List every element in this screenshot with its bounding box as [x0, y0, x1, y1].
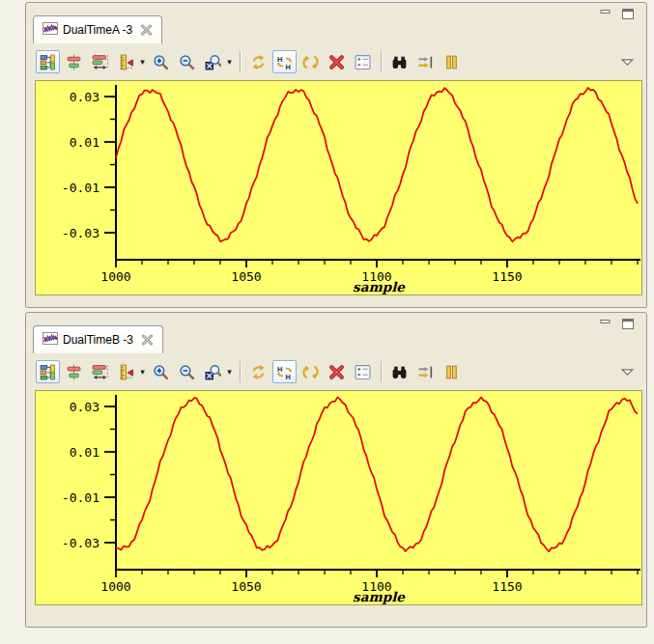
- swap-hex-icon: HH: [276, 364, 293, 380]
- ruler-cursor-icon: [118, 54, 134, 70]
- remove-signal-icon: [328, 364, 345, 380]
- svg-text:sample: sample: [353, 589, 406, 604]
- align-signals-icon: [66, 364, 82, 380]
- goto-cursor-icon: [417, 54, 434, 70]
- svg-text:H: H: [286, 63, 291, 70]
- align-signals-button[interactable]: [62, 50, 86, 73]
- time-scale-icon: [92, 364, 108, 380]
- toolbar-separator: [381, 51, 382, 72]
- svg-text:0.03: 0.03: [70, 400, 100, 414]
- remove-signal-icon: [328, 54, 345, 70]
- minimize-button[interactable]: [600, 9, 612, 19]
- time-scale-icon: [92, 54, 108, 70]
- ruler-cursor-button[interactable]: [114, 360, 138, 383]
- rotate-signals-icon: [302, 364, 319, 380]
- zoom-in-icon: [153, 364, 169, 380]
- close-icon[interactable]: [141, 334, 154, 346]
- signal-properties-button[interactable]: [351, 50, 375, 73]
- pause-icon: [443, 54, 460, 70]
- svg-text:1000: 1000: [100, 579, 130, 594]
- dropdown-caret-icon[interactable]: ▾: [225, 367, 234, 377]
- remove-signal-button[interactable]: [325, 360, 349, 383]
- svg-text:1050: 1050: [231, 579, 261, 594]
- goto-cursor-button[interactable]: [413, 50, 438, 73]
- tab-title: DualTimeA -3: [63, 23, 132, 37]
- svg-text:H: H: [286, 373, 291, 380]
- rotate-signals-icon: [302, 54, 319, 70]
- swap-direction-icon: [250, 364, 267, 380]
- zoom-region-button[interactable]: [201, 50, 225, 73]
- panel-dualtimeb: DualTimeB -3 ▾▾HH 0.030.01-0.01-0.031000…: [25, 312, 647, 628]
- swap-direction-button[interactable]: [246, 360, 270, 383]
- signal-tree-toggle-button[interactable]: [36, 50, 60, 73]
- view-menu-button[interactable]: [615, 50, 640, 73]
- waveform-icon: [43, 331, 58, 350]
- swap-hex-button[interactable]: HH: [272, 50, 297, 73]
- swap-direction-icon: [250, 54, 267, 70]
- view-menu-icon: [619, 54, 636, 70]
- signal-properties-button[interactable]: [351, 360, 375, 383]
- svg-text:sample: sample: [353, 279, 406, 294]
- rotate-signals-button[interactable]: [299, 360, 323, 383]
- svg-text:-0.03: -0.03: [62, 226, 100, 240]
- find-button[interactable]: [387, 360, 412, 383]
- tab-title: DualTimeB -3: [63, 333, 133, 347]
- svg-text:1050: 1050: [231, 269, 261, 284]
- signal-tree-toggle-icon: [40, 364, 56, 380]
- zoom-out-icon: [179, 364, 195, 380]
- signal-properties-icon: [355, 54, 371, 70]
- svg-text:0.03: 0.03: [70, 90, 100, 104]
- rotate-signals-button[interactable]: [299, 50, 323, 73]
- svg-text:1000: 1000: [100, 269, 130, 284]
- view-menu-button[interactable]: [615, 360, 640, 383]
- tab-dualtimea[interactable]: DualTimeA -3: [33, 15, 162, 43]
- remove-signal-button[interactable]: [325, 50, 349, 73]
- waveform-icon: [43, 21, 58, 40]
- zoom-out-icon: [179, 54, 195, 70]
- waveform-chart[interactable]: 0.030.01-0.01-0.031000105011001150sample: [36, 391, 641, 604]
- zoom-region-icon: [205, 54, 221, 70]
- ruler-cursor-icon: [118, 364, 134, 380]
- maximize-button[interactable]: [622, 319, 635, 329]
- signal-tree-toggle-icon: [40, 54, 56, 70]
- svg-text:-0.03: -0.03: [62, 536, 100, 550]
- time-scale-button[interactable]: [88, 50, 112, 73]
- minimize-button[interactable]: [600, 319, 612, 329]
- dropdown-caret-icon[interactable]: ▾: [225, 57, 234, 67]
- find-icon: [391, 54, 408, 70]
- zoom-out-button[interactable]: [175, 50, 199, 73]
- chart-area[interactable]: 0.030.01-0.01-0.031000105011001150sample: [35, 390, 642, 605]
- signal-tree-toggle-button[interactable]: [36, 360, 60, 383]
- zoom-in-button[interactable]: [149, 360, 173, 383]
- toolbar-separator: [240, 51, 241, 72]
- svg-text:1150: 1150: [492, 579, 522, 594]
- zoom-out-button[interactable]: [175, 360, 199, 383]
- svg-text:0.01: 0.01: [70, 445, 100, 460]
- svg-text:-0.01: -0.01: [62, 490, 100, 505]
- goto-cursor-button[interactable]: [413, 360, 438, 383]
- toolbar: ▾▾HH: [26, 353, 646, 390]
- maximize-button[interactable]: [622, 9, 635, 19]
- dropdown-caret-icon[interactable]: ▾: [138, 367, 147, 377]
- close-icon[interactable]: [140, 24, 153, 36]
- dropdown-caret-icon[interactable]: ▾: [138, 57, 147, 67]
- find-button[interactable]: [387, 50, 412, 73]
- waveform-chart[interactable]: 0.030.01-0.01-0.031000105011001150sample: [36, 81, 641, 294]
- svg-text:-0.01: -0.01: [62, 181, 100, 195]
- svg-text:1150: 1150: [492, 269, 522, 284]
- ruler-cursor-button[interactable]: [114, 50, 138, 73]
- tab-dualtimeb[interactable]: DualTimeB -3: [33, 325, 163, 353]
- align-signals-icon: [66, 54, 82, 70]
- swap-direction-button[interactable]: [246, 50, 270, 73]
- zoom-region-button[interactable]: [201, 360, 225, 383]
- zoom-in-icon: [153, 54, 169, 70]
- swap-hex-button[interactable]: HH: [272, 360, 297, 383]
- align-signals-button[interactable]: [62, 360, 86, 383]
- pause-button[interactable]: [440, 50, 464, 73]
- zoom-in-button[interactable]: [149, 50, 173, 73]
- chart-area[interactable]: 0.030.01-0.01-0.031000105011001150sample: [35, 80, 642, 295]
- pause-button[interactable]: [440, 360, 464, 383]
- zoom-region-icon: [205, 364, 221, 380]
- time-scale-button[interactable]: [88, 360, 112, 383]
- pause-icon: [443, 364, 460, 380]
